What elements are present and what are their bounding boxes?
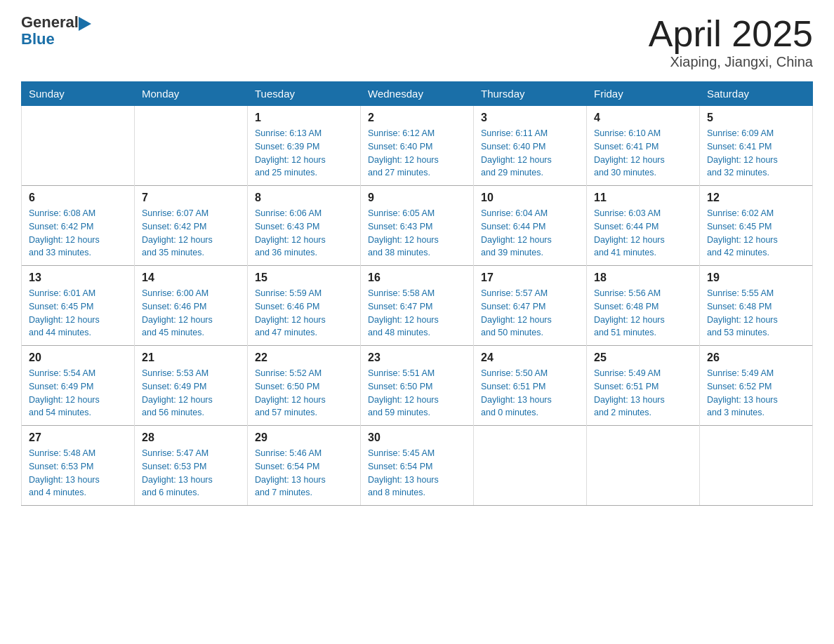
day-info: Sunrise: 5:50 AM Sunset: 6:51 PM Dayligh…	[481, 367, 579, 420]
day-info: Sunrise: 6:04 AM Sunset: 6:44 PM Dayligh…	[481, 207, 579, 260]
day-number: 23	[368, 351, 466, 364]
calendar-cell-w5-d6	[587, 426, 700, 506]
calendar-cell-w4-d3: 22Sunrise: 5:52 AM Sunset: 6:50 PM Dayli…	[248, 346, 361, 426]
day-info: Sunrise: 5:58 AM Sunset: 6:47 PM Dayligh…	[368, 287, 466, 340]
day-info: Sunrise: 5:54 AM Sunset: 6:49 PM Dayligh…	[29, 367, 127, 420]
calendar-cell-w1-d1	[22, 106, 135, 186]
day-info: Sunrise: 5:57 AM Sunset: 6:47 PM Dayligh…	[481, 287, 579, 340]
day-number: 18	[594, 271, 692, 284]
day-number: 28	[142, 431, 240, 444]
calendar-table: Sunday Monday Tuesday Wednesday Thursday…	[21, 81, 813, 506]
logo: General Blue	[21, 14, 91, 48]
day-info: Sunrise: 6:02 AM Sunset: 6:45 PM Dayligh…	[707, 207, 805, 260]
calendar-cell-w3-d6: 18Sunrise: 5:56 AM Sunset: 6:48 PM Dayli…	[587, 266, 700, 346]
day-info: Sunrise: 5:49 AM Sunset: 6:51 PM Dayligh…	[594, 367, 692, 420]
day-info: Sunrise: 6:12 AM Sunset: 6:40 PM Dayligh…	[368, 127, 466, 180]
calendar-cell-w2-d3: 8Sunrise: 6:06 AM Sunset: 6:43 PM Daylig…	[248, 186, 361, 266]
calendar-cell-w2-d6: 11Sunrise: 6:03 AM Sunset: 6:44 PM Dayli…	[587, 186, 700, 266]
day-number: 4	[594, 112, 692, 124]
day-number: 22	[255, 351, 353, 364]
calendar-cell-w1-d5: 3Sunrise: 6:11 AM Sunset: 6:40 PM Daylig…	[474, 106, 587, 186]
svg-marker-0	[79, 17, 91, 31]
col-tuesday: Tuesday	[248, 82, 361, 106]
col-saturday: Saturday	[700, 82, 813, 106]
day-info: Sunrise: 6:10 AM Sunset: 6:41 PM Dayligh…	[594, 127, 692, 180]
day-number: 29	[255, 431, 353, 444]
day-info: Sunrise: 5:53 AM Sunset: 6:49 PM Dayligh…	[142, 367, 240, 420]
day-info: Sunrise: 5:49 AM Sunset: 6:52 PM Dayligh…	[707, 367, 805, 420]
calendar-cell-w2-d1: 6Sunrise: 6:08 AM Sunset: 6:42 PM Daylig…	[22, 186, 135, 266]
calendar-cell-w3-d2: 14Sunrise: 6:00 AM Sunset: 6:46 PM Dayli…	[135, 266, 248, 346]
calendar-cell-w4-d6: 25Sunrise: 5:49 AM Sunset: 6:51 PM Dayli…	[587, 346, 700, 426]
calendar-cell-w5-d3: 29Sunrise: 5:46 AM Sunset: 6:54 PM Dayli…	[248, 426, 361, 506]
day-number: 30	[368, 431, 466, 444]
calendar-cell-w2-d7: 12Sunrise: 6:02 AM Sunset: 6:45 PM Dayli…	[700, 186, 813, 266]
day-info: Sunrise: 5:47 AM Sunset: 6:53 PM Dayligh…	[142, 447, 240, 499]
day-number: 26	[707, 351, 805, 364]
day-number: 27	[29, 431, 127, 444]
day-number: 12	[707, 192, 805, 204]
col-thursday: Thursday	[474, 82, 587, 106]
calendar-cell-w3-d4: 16Sunrise: 5:58 AM Sunset: 6:47 PM Dayli…	[361, 266, 474, 346]
day-number: 14	[142, 271, 240, 284]
calendar-cell-w2-d5: 10Sunrise: 6:04 AM Sunset: 6:44 PM Dayli…	[474, 186, 587, 266]
day-number: 16	[368, 271, 466, 284]
calendar-cell-w4-d7: 26Sunrise: 5:49 AM Sunset: 6:52 PM Dayli…	[700, 346, 813, 426]
page-header: General Blue April 2025 Xiaping, Jiangxi…	[21, 14, 813, 70]
calendar-cell-w1-d7: 5Sunrise: 6:09 AM Sunset: 6:41 PM Daylig…	[700, 106, 813, 186]
day-number: 10	[481, 192, 579, 204]
day-info: Sunrise: 6:05 AM Sunset: 6:43 PM Dayligh…	[368, 207, 466, 260]
calendar-cell-w1-d6: 4Sunrise: 6:10 AM Sunset: 6:41 PM Daylig…	[587, 106, 700, 186]
day-info: Sunrise: 6:03 AM Sunset: 6:44 PM Dayligh…	[594, 207, 692, 260]
logo-general-text: General	[21, 14, 79, 31]
calendar-cell-w5-d4: 30Sunrise: 5:45 AM Sunset: 6:54 PM Dayli…	[361, 426, 474, 506]
calendar-cell-w4-d4: 23Sunrise: 5:51 AM Sunset: 6:50 PM Dayli…	[361, 346, 474, 426]
calendar-cell-w4-d1: 20Sunrise: 5:54 AM Sunset: 6:49 PM Dayli…	[22, 346, 135, 426]
calendar-cell-w3-d3: 15Sunrise: 5:59 AM Sunset: 6:46 PM Dayli…	[248, 266, 361, 346]
calendar-cell-w5-d5	[474, 426, 587, 506]
calendar-header-row: Sunday Monday Tuesday Wednesday Thursday…	[22, 82, 813, 106]
day-number: 3	[481, 112, 579, 124]
col-sunday: Sunday	[22, 82, 135, 106]
day-number: 25	[594, 351, 692, 364]
day-info: Sunrise: 6:01 AM Sunset: 6:45 PM Dayligh…	[29, 287, 127, 340]
logo-blue-text: Blue	[21, 30, 55, 48]
calendar-cell-w5-d7	[700, 426, 813, 506]
col-monday: Monday	[135, 82, 248, 106]
calendar-cell-w3-d7: 19Sunrise: 5:55 AM Sunset: 6:48 PM Dayli…	[700, 266, 813, 346]
day-number: 21	[142, 351, 240, 364]
day-info: Sunrise: 6:07 AM Sunset: 6:42 PM Dayligh…	[142, 207, 240, 260]
day-number: 24	[481, 351, 579, 364]
calendar-cell-w5-d2: 28Sunrise: 5:47 AM Sunset: 6:53 PM Dayli…	[135, 426, 248, 506]
day-number: 6	[29, 192, 127, 204]
calendar-cell-w2-d4: 9Sunrise: 6:05 AM Sunset: 6:43 PM Daylig…	[361, 186, 474, 266]
calendar-cell-w2-d2: 7Sunrise: 6:07 AM Sunset: 6:42 PM Daylig…	[135, 186, 248, 266]
calendar-cell-w1-d2	[135, 106, 248, 186]
day-info: Sunrise: 5:56 AM Sunset: 6:48 PM Dayligh…	[594, 287, 692, 340]
page-subtitle: Xiaping, Jiangxi, China	[649, 54, 813, 70]
calendar-cell-w4-d5: 24Sunrise: 5:50 AM Sunset: 6:51 PM Dayli…	[474, 346, 587, 426]
calendar-cell-w5-d1: 27Sunrise: 5:48 AM Sunset: 6:53 PM Dayli…	[22, 426, 135, 506]
day-info: Sunrise: 6:09 AM Sunset: 6:41 PM Dayligh…	[707, 127, 805, 180]
day-number: 20	[29, 351, 127, 364]
calendar-week-1: 1Sunrise: 6:13 AM Sunset: 6:39 PM Daylig…	[22, 106, 813, 186]
day-info: Sunrise: 5:45 AM Sunset: 6:54 PM Dayligh…	[368, 447, 466, 499]
calendar-cell-w3-d5: 17Sunrise: 5:57 AM Sunset: 6:47 PM Dayli…	[474, 266, 587, 346]
day-number: 15	[255, 271, 353, 284]
calendar-cell-w4-d2: 21Sunrise: 5:53 AM Sunset: 6:49 PM Dayli…	[135, 346, 248, 426]
day-number: 8	[255, 192, 353, 204]
day-number: 2	[368, 112, 466, 124]
day-number: 9	[368, 192, 466, 204]
calendar-week-2: 6Sunrise: 6:08 AM Sunset: 6:42 PM Daylig…	[22, 186, 813, 266]
day-info: Sunrise: 6:13 AM Sunset: 6:39 PM Dayligh…	[255, 127, 353, 180]
day-info: Sunrise: 6:11 AM Sunset: 6:40 PM Dayligh…	[481, 127, 579, 180]
day-number: 1	[255, 112, 353, 124]
day-number: 5	[707, 112, 805, 124]
col-friday: Friday	[587, 82, 700, 106]
calendar-week-5: 27Sunrise: 5:48 AM Sunset: 6:53 PM Dayli…	[22, 426, 813, 506]
calendar-cell-w1-d4: 2Sunrise: 6:12 AM Sunset: 6:40 PM Daylig…	[361, 106, 474, 186]
page-title: April 2025	[649, 14, 813, 54]
calendar-cell-w3-d1: 13Sunrise: 6:01 AM Sunset: 6:45 PM Dayli…	[22, 266, 135, 346]
calendar-week-3: 13Sunrise: 6:01 AM Sunset: 6:45 PM Dayli…	[22, 266, 813, 346]
logo-triangle-icon	[79, 17, 91, 31]
